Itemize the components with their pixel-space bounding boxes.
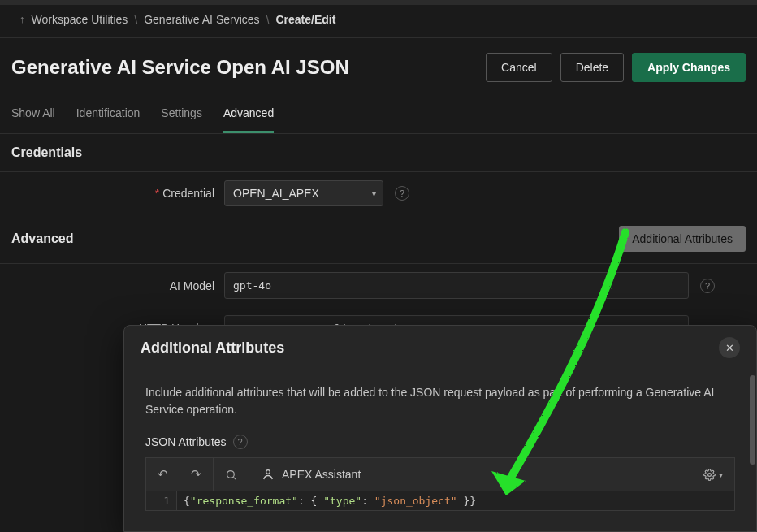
tab-show-all[interactable]: Show All	[11, 97, 55, 133]
chevron-down-icon: ▾	[719, 470, 723, 479]
apex-assistant-label: APEX Assistant	[282, 468, 361, 481]
header-actions: Cancel Delete Apply Changes	[486, 53, 746, 82]
svg-line-1	[233, 477, 236, 479]
dialog-description: Include additional attributes that will …	[145, 384, 735, 418]
credential-row: *Credential OPEN_AI_APEX ▾ ?	[0, 172, 757, 214]
scrollbar-thumb[interactable]	[750, 375, 755, 465]
credential-value: OPEN_AI_APEX	[233, 187, 319, 200]
breadcrumb-workspace-utilities[interactable]: Workspace Utilities	[32, 13, 128, 26]
ai-model-row: AI Model ?	[0, 264, 757, 307]
page-title: Generative AI Service Open AI JSON	[11, 56, 349, 79]
cancel-button[interactable]: Cancel	[486, 53, 552, 82]
svg-point-3	[708, 473, 712, 476]
json-attributes-editor[interactable]: 1 {"response_format": { "type": "json_ob…	[145, 491, 735, 511]
credential-label: *Credential	[0, 187, 224, 200]
help-icon[interactable]: ?	[395, 186, 409, 201]
breadcrumb-create-edit: Create/Edit	[275, 13, 335, 26]
search-icon	[225, 469, 237, 481]
undo-button[interactable]: ↶	[146, 458, 180, 491]
close-button[interactable]: ✕	[719, 337, 740, 358]
apex-assistant-button[interactable]: APEX Assistant	[249, 467, 372, 482]
tab-settings[interactable]: Settings	[161, 97, 202, 133]
undo-icon: ↶	[158, 467, 168, 482]
breadcrumb-separator-icon: \	[266, 13, 270, 26]
json-attributes-label-row: JSON Attributes ?	[145, 435, 735, 449]
apply-changes-button[interactable]: Apply Changes	[632, 53, 746, 82]
help-icon[interactable]: ?	[700, 279, 715, 293]
editor-settings-button[interactable]: ▾	[703, 469, 734, 481]
search-button[interactable]	[214, 458, 249, 491]
delete-button[interactable]: Delete	[560, 53, 624, 82]
redo-icon: ↷	[191, 467, 201, 482]
up-arrow-icon[interactable]: ↑	[19, 13, 25, 25]
section-header-advanced: Advanced Additional Attributes	[0, 214, 757, 264]
breadcrumb-generative-ai-services[interactable]: Generative AI Services	[144, 13, 259, 26]
tab-advanced[interactable]: Advanced	[223, 97, 274, 133]
ai-model-label: AI Model	[0, 279, 224, 292]
gear-icon	[703, 469, 716, 481]
section-title-advanced: Advanced	[11, 231, 73, 246]
svg-point-2	[266, 470, 270, 474]
dialog-body: Include additional attributes that will …	[124, 366, 756, 511]
section-header-credentials: Credentials	[0, 134, 757, 172]
dialog-header: Additional Attributes ✕	[124, 326, 756, 366]
editor-gutter: 1	[146, 491, 177, 510]
section-title-credentials: Credentials	[11, 145, 82, 160]
redo-button[interactable]: ↷	[180, 458, 213, 491]
help-icon[interactable]: ?	[233, 435, 248, 449]
tab-identification[interactable]: Identification	[76, 97, 141, 133]
dialog-title: Additional Attributes	[141, 340, 284, 357]
page-header: Generative AI Service Open AI JSON Cance…	[0, 38, 757, 97]
ai-model-input[interactable]	[224, 272, 689, 299]
credential-select[interactable]: OPEN_AI_APEX ▾	[224, 180, 383, 206]
breadcrumb-separator-icon: \	[134, 13, 137, 26]
tab-bar: Show All Identification Settings Advance…	[0, 97, 757, 134]
additional-attributes-button[interactable]: Additional Attributes	[619, 226, 746, 252]
editor-line-1[interactable]: {"response_format": { "type": "json_obje…	[177, 491, 482, 510]
required-indicator-icon: *	[155, 187, 159, 200]
additional-attributes-dialog: Additional Attributes ✕ Include addition…	[123, 325, 757, 532]
chevron-down-icon: ▾	[372, 189, 376, 198]
assistant-icon	[261, 467, 275, 482]
json-attributes-label: JSON Attributes	[145, 435, 227, 448]
breadcrumb: ↑ Workspace Utilities \ Generative AI Se…	[0, 5, 757, 38]
close-icon: ✕	[725, 342, 734, 354]
editor-toolbar: ↶ ↷ APEX Assistant ▾	[145, 457, 735, 491]
svg-point-0	[227, 470, 235, 478]
